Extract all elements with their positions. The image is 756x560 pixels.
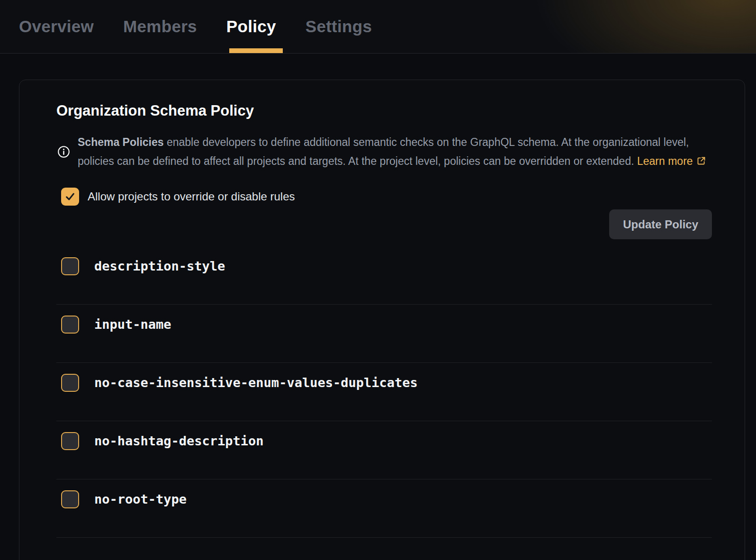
rules-list: description-style input-name no-case-ins… (56, 246, 712, 538)
tab-header: Overview Members Policy Settings (0, 0, 756, 54)
rule-row: no-root-type (56, 479, 712, 538)
rule-checkbox[interactable] (61, 374, 79, 392)
policy-description-body: enable developers to define additional s… (78, 136, 689, 167)
update-policy-button[interactable]: Update Policy (609, 209, 712, 239)
policy-description-text: Schema Policies enable developers to def… (78, 133, 712, 171)
tab-overview[interactable]: Overview (19, 0, 94, 53)
rule-checkbox[interactable] (61, 490, 79, 508)
rule-name: input-name (94, 316, 171, 334)
rule-name: description-style (94, 257, 225, 275)
tab-members[interactable]: Members (123, 0, 197, 53)
policy-description-lead: Schema Policies (78, 136, 164, 148)
tab-label: Policy (226, 17, 276, 36)
tab-label: Settings (306, 17, 372, 36)
rule-row: no-case-insensitive-enum-values-duplicat… (56, 363, 712, 421)
rule-checkbox[interactable] (61, 316, 79, 334)
tab-bar: Overview Members Policy Settings (19, 0, 401, 53)
policy-card: Organization Schema Policy Schema Polici… (19, 80, 745, 560)
learn-more-label: Learn more (637, 155, 693, 167)
button-row: Update Policy (56, 209, 712, 239)
external-link-icon (696, 156, 706, 166)
page-title: Organization Schema Policy (56, 102, 712, 120)
policy-description: Schema Policies enable developers to def… (57, 133, 712, 171)
rule-row: no-hashtag-description (56, 421, 712, 479)
rule-row: description-style (56, 246, 712, 305)
main-content: Organization Schema Policy Schema Polici… (0, 80, 756, 560)
allow-override-row: Allow projects to override or disable ru… (61, 188, 712, 206)
learn-more-link[interactable]: Learn more (637, 155, 706, 167)
check-icon (65, 191, 75, 202)
info-icon (57, 145, 70, 158)
rule-row: input-name (56, 305, 712, 363)
rule-name: no-hashtag-description (94, 432, 264, 450)
tab-settings[interactable]: Settings (306, 0, 372, 53)
tab-label: Overview (19, 17, 94, 36)
rule-checkbox[interactable] (61, 432, 79, 450)
rule-name: no-case-insensitive-enum-values-duplicat… (94, 374, 418, 392)
allow-override-label: Allow projects to override or disable ru… (88, 190, 295, 203)
tab-policy[interactable]: Policy (226, 0, 276, 53)
rule-checkbox[interactable] (61, 257, 79, 275)
rule-name: no-root-type (94, 490, 187, 508)
allow-override-checkbox[interactable] (61, 188, 79, 206)
tab-label: Members (123, 17, 197, 36)
